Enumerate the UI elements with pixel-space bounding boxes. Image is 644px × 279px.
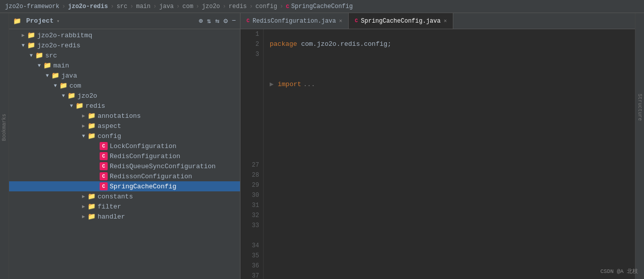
folder-icon: 📁 [51, 72, 59, 80]
tree-item-RedisConfiguration[interactable]: C RedisConfiguration [9, 151, 240, 161]
tab-label: SpringCacheConfig.java [361, 18, 440, 25]
arrow-icon: ▼ [79, 133, 88, 139]
arrow-icon: ▼ [43, 73, 51, 79]
arrow-icon: ▶ [79, 123, 88, 129]
tab-class-icon: C [247, 18, 250, 24]
java-class-icon: C [100, 162, 108, 170]
folder-icon: 📁 [27, 41, 35, 49]
collapse-all-icon[interactable]: ⇅ [207, 17, 211, 25]
breadcrumb-part[interactable]: java [159, 3, 174, 10]
tab-RedisConfiguration[interactable]: C RedisConfiguration.java × [240, 13, 349, 29]
arrow-icon: ▼ [51, 83, 59, 89]
project-header: 📁 Project ▾ ⊕ ⇅ ⇆ ⚙ − [9, 13, 240, 29]
watermark: CSDN @A 北枝 [600, 267, 638, 275]
bookmarks-label[interactable]: Bookmarks [2, 114, 7, 141]
arrow-icon: ▶ [79, 203, 88, 210]
breadcrumb-part[interactable]: jzo2o-redis [68, 3, 108, 10]
editor-tabs: C RedisConfiguration.java × C SpringCach… [240, 13, 635, 29]
arrow-icon: ▶ [79, 214, 88, 220]
breadcrumb-part[interactable]: jzo2o-framework [5, 3, 59, 10]
structure-label[interactable]: Structure [637, 94, 642, 121]
editor-area: C RedisConfiguration.java × C SpringCach… [240, 13, 635, 279]
minimize-icon[interactable]: − [232, 17, 236, 25]
code-editor[interactable]: 1 2 3 27 28 29 30 31 32 33 [240, 29, 635, 279]
tree-item-LockConfiguration[interactable]: C LockConfiguration [9, 141, 240, 151]
arrow-icon: ▼ [19, 43, 27, 48]
breadcrumb-part[interactable]: com [183, 3, 194, 10]
project-tree: ▶ 📁 jzo2o-rabbitmq ▼ 📁 jzo2o-redis ▼ 📁 s… [9, 29, 240, 279]
arrow-icon: ▶ [79, 113, 88, 119]
project-title: Project [26, 17, 54, 25]
settings-icon[interactable]: ⚙ [223, 17, 227, 25]
breadcrumb-part[interactable]: main [136, 3, 150, 10]
arrow-icon: ▶ [19, 32, 27, 38]
folder-icon: 📁 [59, 82, 67, 90]
java-class-icon: C [100, 172, 108, 180]
folder-icon: 📁 [88, 132, 96, 140]
tree-item-java[interactable]: ▼ 📁 java [9, 71, 240, 81]
java-class-icon: C [100, 152, 108, 160]
tree-item-jzo2o-redis[interactable]: ▼ 📁 jzo2o-redis [9, 40, 240, 50]
tree-item-RedissonConfiguration[interactable]: C RedissonConfiguration [9, 171, 240, 181]
breadcrumb-class-icon: C [286, 4, 289, 10]
tab-label: RedisConfiguration.java [253, 18, 336, 25]
tree-item-com[interactable]: ▼ 📁 com [9, 81, 240, 91]
tree-item-redis[interactable]: ▼ 📁 redis [9, 101, 240, 111]
code-content[interactable]: package com.jzo2o.redis.config; ▶import … [264, 29, 635, 279]
java-class-icon: C [100, 182, 108, 190]
line-numbers: 1 2 3 27 28 29 30 31 32 33 [240, 29, 264, 279]
folder-icon: 📁 [67, 92, 75, 100]
expand-all-icon[interactable]: ⇆ [215, 17, 219, 25]
tree-item-RedisQueueSyncConfiguration[interactable]: C RedisQueueSyncConfiguration [9, 161, 240, 171]
tree-item-jzo2o[interactable]: ▼ 📁 jzo2o [9, 91, 240, 101]
breadcrumb-part[interactable]: src [117, 3, 128, 10]
tree-item-aspect[interactable]: ▶ 📁 aspect [9, 121, 240, 131]
tree-item-filter[interactable]: ▶ 📁 filter [9, 201, 240, 212]
tab-close-button[interactable]: × [339, 18, 343, 24]
arrow-icon: ▼ [67, 103, 75, 109]
java-class-icon: C [100, 142, 108, 150]
breadcrumb-bar: jzo2o-framework › jzo2o-redis › src › ma… [0, 0, 644, 13]
tree-item-annotations[interactable]: ▶ 📁 annotations [9, 111, 240, 121]
breadcrumb-current-file[interactable]: SpringCacheConfig [291, 3, 353, 10]
structure-panel: Structure [635, 13, 644, 279]
locate-icon[interactable]: ⊕ [199, 17, 203, 25]
tree-item-constants[interactable]: ▶ 📁 constants [9, 191, 240, 201]
expand-arrow[interactable]: ▾ [57, 18, 60, 24]
tab-class-icon: C [355, 18, 358, 24]
folder-icon: 📁 [88, 202, 96, 211]
bookmarks-panel: Bookmarks [0, 13, 9, 279]
breadcrumb-part[interactable]: config [256, 3, 277, 10]
folder-icon: 📁 [43, 61, 51, 69]
folder-icon: 📁 [27, 31, 35, 39]
folder-icon: 📁 [75, 102, 84, 110]
folder-icon: 📁 [88, 122, 96, 130]
tree-item-src[interactable]: ▼ 📁 src [9, 50, 240, 60]
tree-item-SpringCacheConfig[interactable]: C SpringCacheConfig [9, 181, 240, 191]
tree-item-main[interactable]: ▼ 📁 main [9, 60, 240, 71]
breadcrumb-part[interactable]: jzo2o [202, 3, 220, 10]
folder-icon: 📁 [88, 112, 96, 120]
tree-item-handler[interactable]: ▶ 📁 handler [9, 212, 240, 222]
arrow-icon: ▼ [59, 93, 67, 99]
arrow-icon: ▼ [35, 63, 43, 68]
project-panel: 📁 Project ▾ ⊕ ⇅ ⇆ ⚙ − ▶ 📁 jzo2o-rabbitmq… [9, 13, 240, 279]
folder-icon: 📁 [35, 51, 43, 59]
folder-icon: 📁 [88, 213, 96, 221]
breadcrumb-part[interactable]: redis [229, 3, 247, 10]
project-folder-icon: 📁 [13, 17, 21, 25]
folder-icon: 📁 [88, 192, 96, 200]
tab-SpringCacheConfig[interactable]: C SpringCacheConfig.java × [349, 13, 453, 29]
tree-item-config[interactable]: ▼ 📁 config [9, 131, 240, 141]
tab-close-button[interactable]: × [444, 18, 447, 24]
tree-item-jzo2o-rabbitmq[interactable]: ▶ 📁 jzo2o-rabbitmq [9, 30, 240, 40]
arrow-icon: ▼ [27, 53, 35, 58]
arrow-icon: ▶ [79, 193, 88, 199]
